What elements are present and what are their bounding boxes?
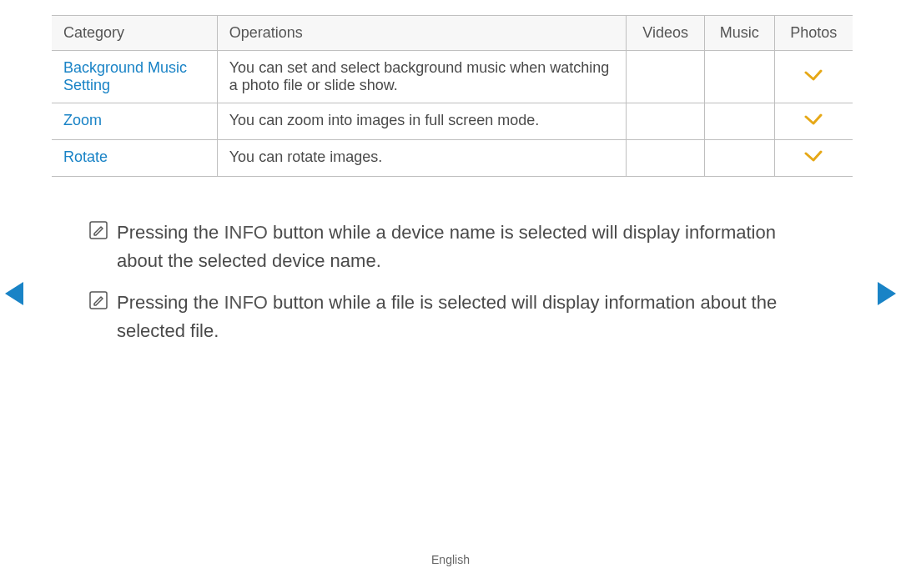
cell-photos (774, 51, 853, 103)
nav-prev-icon[interactable] (5, 282, 23, 305)
note-icon (88, 219, 117, 275)
feature-table: Category Operations Videos Music Photos … (52, 15, 853, 177)
col-header-photos: Photos (774, 16, 853, 51)
note-icon (88, 289, 117, 345)
cell-music (705, 103, 774, 140)
table-row: ZoomYou can zoom into images in full scr… (52, 103, 853, 140)
cell-photos (774, 103, 853, 140)
feature-table-head: Category Operations Videos Music Photos (52, 16, 853, 51)
cell-operations: You can zoom into images in full screen … (217, 103, 626, 140)
col-header-category: Category (52, 16, 217, 51)
check-icon (804, 148, 823, 163)
note-item: Pressing the INFO button while a file is… (88, 289, 823, 345)
note-text-pre: Pressing the (117, 292, 224, 313)
check-icon (804, 112, 823, 127)
check-icon (804, 68, 823, 83)
footer-language: English (0, 553, 901, 566)
col-header-operations: Operations (217, 16, 626, 51)
cell-music (705, 51, 774, 103)
note-text-pre: Pressing the (117, 222, 224, 243)
document-page: Category Operations Videos Music Photos … (0, 0, 901, 588)
cell-category: Background Music Setting (52, 51, 217, 103)
feature-table-body: Background Music SettingYou can set and … (52, 51, 853, 177)
cell-operations: You can rotate images. (217, 140, 626, 177)
cell-videos (627, 51, 705, 103)
cell-operations: You can set and select background music … (217, 51, 626, 103)
nav-next-icon[interactable] (878, 282, 896, 305)
cell-music (705, 140, 774, 177)
col-header-videos: Videos (627, 16, 705, 51)
cell-photos (774, 140, 853, 177)
cell-videos (627, 103, 705, 140)
table-row: RotateYou can rotate images. (52, 140, 853, 177)
cell-videos (627, 140, 705, 177)
note-text-bold: INFO (224, 222, 268, 243)
note-text-bold: INFO (224, 292, 268, 313)
cell-category: Zoom (52, 103, 217, 140)
col-header-music: Music (705, 16, 774, 51)
note-text: Pressing the INFO button while a device … (117, 219, 823, 275)
cell-category: Rotate (52, 140, 217, 177)
note-item: Pressing the INFO button while a device … (88, 219, 823, 275)
notes-section: Pressing the INFO button while a device … (88, 219, 823, 359)
note-text: Pressing the INFO button while a file is… (117, 289, 823, 345)
table-row: Background Music SettingYou can set and … (52, 51, 853, 103)
